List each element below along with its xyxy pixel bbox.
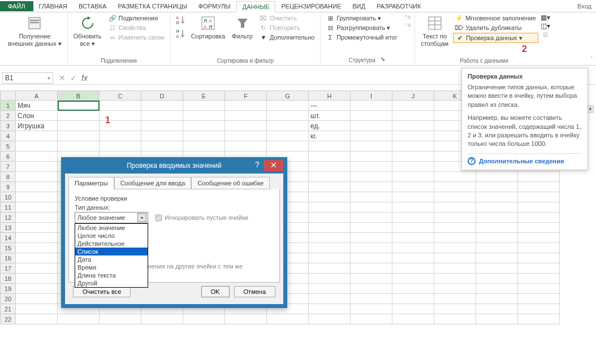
cell-H21[interactable]: [309, 304, 351, 314]
cell-L16[interactable]: [476, 253, 518, 263]
tooltip-more-info-link[interactable]: ? Дополнительные сведения: [468, 153, 582, 165]
name-box-dropdown-icon[interactable]: ▾: [47, 75, 50, 81]
cell-A22[interactable]: [16, 314, 58, 324]
cell-M15[interactable]: [518, 243, 560, 253]
cell-J4[interactable]: [392, 131, 434, 141]
cell-A8[interactable]: [16, 172, 58, 182]
col-header-A[interactable]: A: [16, 90, 58, 101]
row-header-22[interactable]: 22: [0, 314, 16, 324]
cell-H6[interactable]: [309, 151, 351, 162]
cell-L20[interactable]: [476, 294, 518, 304]
cell-F3[interactable]: [225, 121, 267, 131]
cell-A16[interactable]: [16, 253, 58, 263]
row-header-19[interactable]: 19: [0, 284, 16, 294]
cell-H12[interactable]: [309, 213, 351, 223]
row-header-20[interactable]: 20: [0, 294, 16, 304]
cell-A18[interactable]: [16, 274, 58, 284]
col-header-H[interactable]: H: [309, 90, 351, 101]
cell-J10[interactable]: [392, 192, 434, 202]
tab-view[interactable]: ВИД: [347, 1, 371, 11]
cell-I14[interactable]: [351, 233, 392, 243]
cell-M18[interactable]: [518, 274, 560, 284]
row-header-4[interactable]: 4: [0, 131, 16, 141]
cell-M22[interactable]: [518, 314, 560, 324]
cell-M12[interactable]: [518, 213, 560, 223]
cell-K21[interactable]: [434, 304, 476, 314]
cell-J1[interactable]: [392, 101, 434, 111]
combo-option-7[interactable]: Другой: [75, 279, 148, 287]
name-box[interactable]: B1 ▾: [2, 72, 53, 84]
cell-C1[interactable]: [100, 101, 141, 111]
cell-A12[interactable]: [16, 213, 58, 223]
cell-J14[interactable]: [392, 233, 434, 243]
cell-G4[interactable]: [267, 131, 309, 141]
cell-I4[interactable]: [351, 131, 392, 141]
cell-M14[interactable]: [518, 233, 560, 243]
cell-I21[interactable]: [351, 304, 392, 314]
cell-I11[interactable]: [351, 202, 392, 213]
row-header-6[interactable]: 6: [0, 151, 16, 162]
cell-J16[interactable]: [392, 253, 434, 263]
row-header-17[interactable]: 17: [0, 263, 16, 274]
cell-J15[interactable]: [392, 243, 434, 253]
row-header-1[interactable]: 1: [0, 101, 16, 111]
cell-H15[interactable]: [309, 243, 351, 253]
cell-M19[interactable]: [518, 284, 560, 294]
col-header-I[interactable]: I: [351, 90, 392, 101]
cell-K9[interactable]: [434, 182, 476, 192]
col-header-B[interactable]: B: [58, 90, 100, 101]
cell-J9[interactable]: [392, 182, 434, 192]
cell-I20[interactable]: [351, 294, 392, 304]
cell-A4[interactable]: [16, 131, 58, 141]
cell-F5[interactable]: [225, 141, 267, 151]
ignore-blank-input[interactable]: [155, 214, 162, 222]
cell-J21[interactable]: [392, 304, 434, 314]
flash-fill-button[interactable]: ⚡Мгновенное заполнение: [453, 14, 538, 23]
cell-J12[interactable]: [392, 213, 434, 223]
cell-K20[interactable]: [434, 294, 476, 304]
cell-J13[interactable]: [392, 223, 434, 233]
row-header-8[interactable]: 8: [0, 172, 16, 182]
cell-I8[interactable]: [351, 172, 392, 182]
combo-option-5[interactable]: Время: [75, 263, 148, 271]
cell-M16[interactable]: [518, 253, 560, 263]
clear-filter-button[interactable]: ⌧Очистить: [257, 14, 317, 23]
cell-J5[interactable]: [392, 141, 434, 151]
cell-H18[interactable]: [309, 274, 351, 284]
cell-I1[interactable]: [351, 101, 392, 111]
col-header-C[interactable]: C: [100, 90, 141, 101]
ok-button[interactable]: OK: [201, 286, 230, 297]
cell-H19[interactable]: [309, 284, 351, 294]
cell-K16[interactable]: [434, 253, 476, 263]
dialog-titlebar[interactable]: Проверка вводимых значений ? ✕: [62, 158, 287, 174]
tab-formulas[interactable]: ФОРМУЛЫ: [193, 1, 236, 11]
cell-K8[interactable]: [434, 172, 476, 182]
row-header-2[interactable]: 2: [0, 111, 16, 121]
cell-M20[interactable]: [518, 294, 560, 304]
row-header-16[interactable]: 16: [0, 253, 16, 263]
cell-A15[interactable]: [16, 243, 58, 253]
cell-A17[interactable]: [16, 263, 58, 274]
cell-K19[interactable]: [434, 284, 476, 294]
row-header-9[interactable]: 9: [0, 182, 16, 192]
col-header-G[interactable]: G: [267, 90, 309, 101]
remove-duplicates-button[interactable]: ⌦Удалить дубликаты: [453, 23, 538, 32]
cell-A13[interactable]: [16, 223, 58, 233]
cell-F1[interactable]: [225, 101, 267, 111]
connections-button[interactable]: 🔗Подключения: [106, 14, 167, 23]
cell-I10[interactable]: [351, 192, 392, 202]
cell-G5[interactable]: [267, 141, 309, 151]
text-to-columns-button[interactable]: Текст по столбцам: [418, 14, 451, 49]
fx-icon[interactable]: fx: [81, 73, 88, 83]
cell-K11[interactable]: [434, 202, 476, 213]
clear-all-button[interactable]: Очистить все: [73, 286, 131, 297]
whatif-button[interactable]: ◫▾: [542, 22, 550, 30]
cell-A7[interactable]: [16, 162, 58, 172]
data-validation-button[interactable]: ✔Проверка данных ▾: [453, 33, 538, 43]
row-header-5[interactable]: 5: [0, 141, 16, 151]
cell-A9[interactable]: [16, 182, 58, 192]
cell-J11[interactable]: [392, 202, 434, 213]
tab-home[interactable]: ГЛАВНАЯ: [33, 1, 73, 11]
cell-M17[interactable]: [518, 263, 560, 274]
outline-dialog-launcher[interactable]: ⬊: [379, 56, 387, 64]
